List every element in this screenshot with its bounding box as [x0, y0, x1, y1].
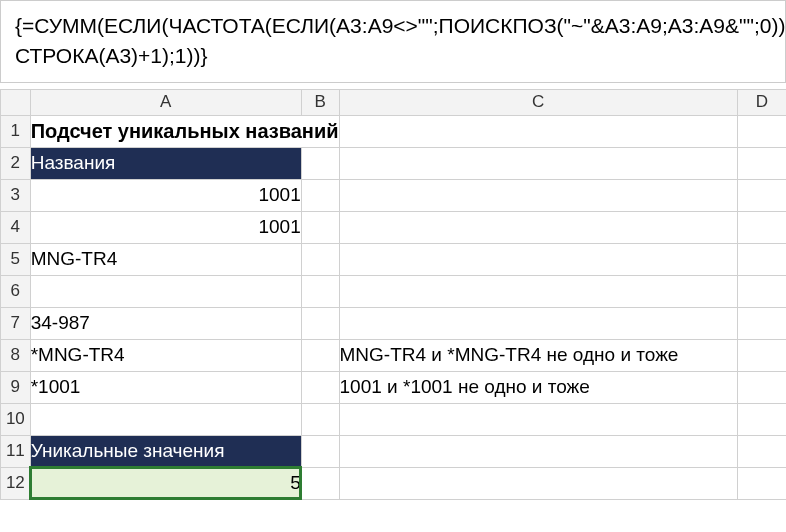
cell-A8[interactable]: *MNG-TR4	[30, 339, 301, 371]
table-row: 8 *MNG-TR4 MNG-TR4 и *MNG-TR4 не одно и …	[1, 339, 787, 371]
spreadsheet-grid[interactable]: A B C D 1 Подсчет уникальных названий 2 …	[0, 89, 786, 500]
cell-D12[interactable]	[737, 467, 786, 499]
cell-A7[interactable]: 34-987	[30, 307, 301, 339]
table-row: 11 Уникальные значения	[1, 435, 787, 467]
cell-C3[interactable]	[339, 179, 737, 211]
formula-bar-text: {=СУММ(ЕСЛИ(ЧАСТОТА(ЕСЛИ(A3:A9<>"";ПОИСК…	[15, 14, 786, 67]
table-row: 7 34-987	[1, 307, 787, 339]
cell-C8[interactable]: MNG-TR4 и *MNG-TR4 не одно и тоже	[339, 339, 737, 371]
cell-A5[interactable]: MNG-TR4	[30, 243, 301, 275]
table-row: 10	[1, 403, 787, 435]
cell-A3[interactable]: 1001	[30, 179, 301, 211]
col-header-B[interactable]: B	[301, 89, 339, 115]
row-header-6[interactable]: 6	[1, 275, 31, 307]
cell-B4[interactable]	[301, 211, 339, 243]
cell-D7[interactable]	[737, 307, 786, 339]
cell-A6[interactable]	[30, 275, 301, 307]
cell-A2[interactable]: Названия	[30, 147, 301, 179]
col-header-A[interactable]: A	[30, 89, 301, 115]
row-header-7[interactable]: 7	[1, 307, 31, 339]
cell-D6[interactable]	[737, 275, 786, 307]
table-row: 3 1001	[1, 179, 787, 211]
cell-A9[interactable]: *1001	[30, 371, 301, 403]
cell-D1[interactable]	[737, 115, 786, 147]
cell-B6[interactable]	[301, 275, 339, 307]
cell-D9[interactable]	[737, 371, 786, 403]
table-row: 9 *1001 1001 и *1001 не одно и тоже	[1, 371, 787, 403]
row-header-11[interactable]: 11	[1, 435, 31, 467]
cell-A12-selected[interactable]: 5	[30, 467, 301, 499]
table-row: 1 Подсчет уникальных названий	[1, 115, 787, 147]
cell-B8[interactable]	[301, 339, 339, 371]
cell-C5[interactable]	[339, 243, 737, 275]
cell-B10[interactable]	[301, 403, 339, 435]
row-header-10[interactable]: 10	[1, 403, 31, 435]
cell-C11[interactable]	[339, 435, 737, 467]
cell-C9[interactable]: 1001 и *1001 не одно и тоже	[339, 371, 737, 403]
cell-D3[interactable]	[737, 179, 786, 211]
cell-A10[interactable]	[30, 403, 301, 435]
cell-D5[interactable]	[737, 243, 786, 275]
cell-B9[interactable]	[301, 371, 339, 403]
cell-C4[interactable]	[339, 211, 737, 243]
row-header-5[interactable]: 5	[1, 243, 31, 275]
row-header-8[interactable]: 8	[1, 339, 31, 371]
cell-B11[interactable]	[301, 435, 339, 467]
cell-D4[interactable]	[737, 211, 786, 243]
cell-B12[interactable]	[301, 467, 339, 499]
row-header-3[interactable]: 3	[1, 179, 31, 211]
table-row: 6	[1, 275, 787, 307]
cell-A4[interactable]: 1001	[30, 211, 301, 243]
cell-D10[interactable]	[737, 403, 786, 435]
table-row: 12 5	[1, 467, 787, 499]
row-header-2[interactable]: 2	[1, 147, 31, 179]
cell-C10[interactable]	[339, 403, 737, 435]
row-header-12[interactable]: 12	[1, 467, 31, 499]
cell-C1[interactable]	[339, 115, 737, 147]
formula-bar[interactable]: {=СУММ(ЕСЛИ(ЧАСТОТА(ЕСЛИ(A3:A9<>"";ПОИСК…	[0, 0, 786, 83]
cell-D11[interactable]	[737, 435, 786, 467]
row-header-1[interactable]: 1	[1, 115, 31, 147]
cell-B2[interactable]	[301, 147, 339, 179]
col-header-D[interactable]: D	[737, 89, 786, 115]
cell-B5[interactable]	[301, 243, 339, 275]
table-row: 5 MNG-TR4	[1, 243, 787, 275]
cell-C6[interactable]	[339, 275, 737, 307]
table-row: 4 1001	[1, 211, 787, 243]
cell-D2[interactable]	[737, 147, 786, 179]
row-header-4[interactable]: 4	[1, 211, 31, 243]
cell-B3[interactable]	[301, 179, 339, 211]
cell-C2[interactable]	[339, 147, 737, 179]
cell-A11[interactable]: Уникальные значения	[30, 435, 301, 467]
cell-A1[interactable]: Подсчет уникальных названий	[30, 115, 339, 147]
cell-D8[interactable]	[737, 339, 786, 371]
cell-C12[interactable]	[339, 467, 737, 499]
cell-C7[interactable]	[339, 307, 737, 339]
row-header-9[interactable]: 9	[1, 371, 31, 403]
col-header-C[interactable]: C	[339, 89, 737, 115]
cell-B7[interactable]	[301, 307, 339, 339]
select-all-corner[interactable]	[1, 89, 31, 115]
table-row: 2 Названия	[1, 147, 787, 179]
